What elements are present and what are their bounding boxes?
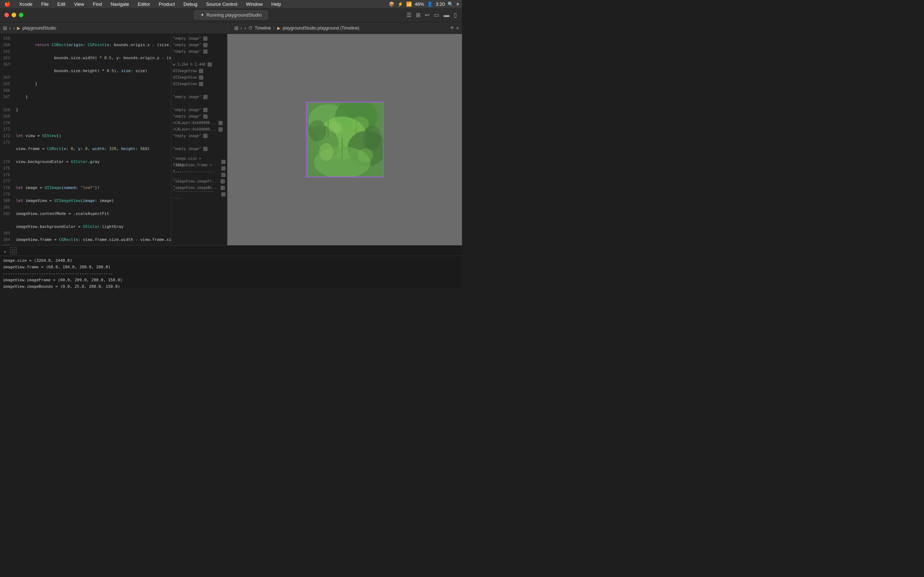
svg-point-18 (308, 120, 326, 141)
timeline-icon: ⏱ (248, 26, 253, 31)
menu-file[interactable]: File (40, 2, 50, 7)
output-line-empty (173, 55, 226, 61)
output-line: "empty image" (173, 133, 226, 139)
code-editor[interactable]: 159 160 161 162 163 164 165 166 167 168 … (0, 34, 228, 245)
output-line: "empty image" (173, 42, 226, 48)
playground-file-icon: ▶ (17, 26, 20, 31)
code-content[interactable]: return CGRect(origin: CGPoint(x: bounds.… (13, 34, 171, 245)
output-line: "-------------------... (173, 172, 226, 178)
svg-point-14 (328, 122, 342, 132)
toolbar-left: ⊞ ‹ › ▶ playgroundStudio (0, 25, 231, 31)
console-line: imageView.imageBounds = (0.0, 25.0, 200.… (3, 284, 459, 288)
menu-editor[interactable]: Editor (136, 2, 152, 7)
output-line: "-------------------... (173, 191, 226, 198)
forward-nav-right-icon[interactable]: › (244, 25, 246, 31)
menu-product[interactable]: Product (157, 2, 176, 7)
output-line: "empty image" (173, 35, 226, 42)
user-icon: 👤 (427, 2, 433, 7)
title-bar: ✦ Running playgroundStudio ☰ ⊞ ↩ ▭ ▬ ▯ (0, 8, 462, 23)
image-preview (306, 102, 384, 177)
breadcrumb-playground[interactable]: playgroundStudio.playground (Timeline) (283, 26, 359, 31)
wifi-icon: 📶 (406, 2, 412, 7)
running-status: ✦ Running playgroundStudio (194, 10, 268, 19)
svg-point-19 (363, 126, 381, 150)
breadcrumb-timeline[interactable]: Timeline (255, 26, 271, 31)
debug-button[interactable]: ▬ (443, 11, 450, 19)
menu-source-control[interactable]: Source Control (205, 2, 239, 7)
line-numbers: 159 160 161 162 163 164 165 166 167 168 … (0, 34, 13, 245)
grid-view-icon[interactable]: ⊞ (3, 25, 7, 31)
system-time: 3:20 (436, 2, 445, 7)
add-tab-button[interactable]: + (450, 24, 454, 32)
output-line: <CALayer:0x600000... (173, 120, 226, 126)
minimize-button[interactable] (11, 13, 16, 17)
svg-point-17 (357, 148, 373, 163)
console-line: ----------------------------------------… (3, 271, 459, 277)
leaf-svg (307, 102, 383, 177)
console-down-icon[interactable]: ⌄ (3, 248, 7, 253)
menu-edit[interactable]: Edit (56, 2, 67, 7)
forward-nav-icon[interactable]: › (13, 25, 15, 31)
code-area: 159 160 161 162 163 164 165 166 167 168 … (0, 34, 227, 245)
enter-full-button[interactable]: ↩ (424, 11, 430, 19)
console-line: image.size = (3264.0, 2448.0) (3, 258, 459, 264)
maximize-button[interactable] (19, 13, 23, 17)
title-bar-center: ✦ Running playgroundStudio (194, 10, 268, 19)
grid-view-icon-right[interactable]: ⊞ (234, 25, 239, 31)
menu-bar: 🍎 Xcode File Edit View Find Navigate Edi… (0, 0, 462, 8)
output-line-empty (173, 100, 226, 107)
spinner-icon: ✦ (200, 12, 204, 18)
toolbar-right: ⊞ ‹ › ⏱ Timeline › ▶ playgroundStudio.pl… (231, 24, 462, 32)
output-line: UIImageView (173, 81, 226, 87)
output-line-empty (173, 87, 226, 94)
title-bar-right: ☰ ⊞ ↩ ▭ ▬ ▯ (406, 11, 458, 19)
menu-find[interactable]: Find (91, 2, 103, 7)
control-strip-icon: ≡ (456, 2, 459, 7)
console-line: imageView.imageFrame = (60.0, 209.0, 200… (3, 277, 459, 284)
dropbox-icon: 📦 (389, 2, 394, 7)
close-panel-button[interactable]: × (456, 25, 459, 31)
output-line: "empty image" (173, 94, 226, 100)
back-nav-right-icon[interactable]: ‹ (241, 25, 242, 31)
close-button[interactable] (4, 13, 9, 17)
preview-panel (228, 34, 462, 245)
playground-icon: ▶ (277, 26, 281, 31)
svg-point-15 (351, 116, 368, 131)
system-tray: 📦 ⚡ 📶 46% 👤 3:20 🔍 ≡ (389, 2, 459, 7)
output-sidebar: "empty image" "empty image" "empty image… (171, 34, 227, 245)
output-line: <CALayer:0x600000... (173, 126, 226, 133)
search-icon[interactable]: 🔍 (447, 2, 453, 7)
navigator-button[interactable]: ▭ (433, 11, 440, 19)
menu-debug[interactable]: Debug (182, 2, 199, 7)
output-line: UIImageView (173, 68, 226, 74)
traffic-lights (0, 13, 23, 17)
menu-window[interactable]: Window (245, 2, 264, 7)
menu-help[interactable]: Help (270, 2, 283, 7)
editor-tab-label[interactable]: playgroundStudio (23, 26, 56, 31)
output-line: "empty image" (173, 48, 226, 55)
console-expand-icon[interactable]: □ (10, 247, 16, 254)
back-nav-icon[interactable]: ‹ (10, 25, 11, 31)
running-label: Running playgroundStudio (207, 12, 262, 18)
output-line-empty (173, 139, 226, 146)
main-content: 159 160 161 162 163 164 165 166 167 168 … (0, 34, 462, 245)
inspector-button[interactable]: ▯ (453, 11, 458, 19)
list-view-button[interactable]: ☰ (406, 11, 412, 19)
output-line: "imageView.imageFr... (173, 178, 226, 185)
svg-point-16 (319, 143, 333, 161)
breadcrumb-separator: › (273, 25, 275, 31)
menu-view[interactable]: View (73, 2, 86, 7)
output-area: ⌄ □ image.size = (3264.0, 2448.0) imageV… (0, 245, 462, 288)
menu-xcode[interactable]: Xcode (18, 2, 34, 7)
assistant-button[interactable]: ⊞ (415, 11, 421, 19)
leaf-image (307, 102, 383, 177)
menu-navigate[interactable]: Navigate (109, 2, 130, 7)
bluetooth-icon: ⚡ (397, 2, 403, 7)
editor-toolbar: ⊞ ‹ › ▶ playgroundStudio ⊞ ‹ › ⏱ Timelin… (0, 23, 462, 34)
apple-menu[interactable]: 🍎 (3, 1, 12, 7)
output-line: "empty image" (173, 146, 226, 152)
output-line: UIImageView (173, 74, 226, 81)
console-line: imageView.frame = (60.0, 184.0, 200.0, 2… (3, 264, 459, 271)
battery-level: 46% (415, 2, 424, 7)
output-line: "empty image" (173, 107, 226, 113)
